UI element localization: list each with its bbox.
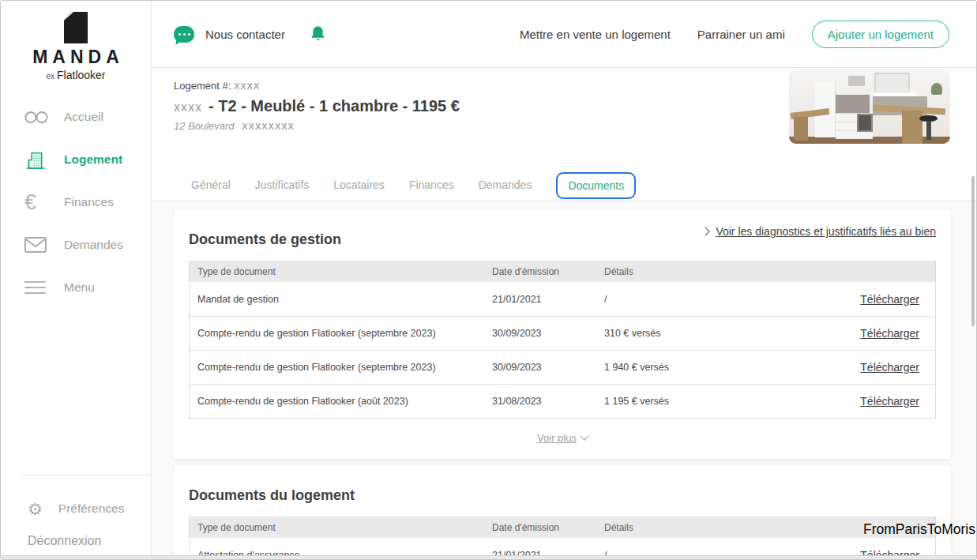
column-header-date: Date d'émission (484, 522, 596, 533)
table-row: Compte-rendu de gestion Flatlooker (août… (190, 384, 935, 418)
notifications-bell-icon[interactable] (310, 24, 326, 43)
tab-locataires[interactable]: Locataires (333, 179, 385, 191)
photo-detail (857, 114, 873, 132)
photo-detail (926, 121, 930, 140)
preferences-label: Préférences (58, 502, 125, 516)
doc-type: Compte-rendu de gestion Flatlooker (août… (190, 396, 484, 407)
sidebar-item-label: Finances (64, 195, 114, 209)
tab-finances[interactable]: Finances (409, 179, 454, 191)
chevron-right-icon (701, 227, 710, 235)
photo-detail (874, 73, 910, 92)
sidebar-item-menu[interactable]: Menu (1, 266, 151, 309)
doc-type: Compte-rendu de gestion Flatlooker (sept… (190, 328, 484, 339)
chevron-down-icon (580, 431, 588, 440)
sell-property-link[interactable]: Mettre en vente un logement (520, 28, 671, 41)
contact-label: Nous contacter (205, 28, 285, 41)
photo-detail (794, 117, 808, 141)
brand-name: MANDA (1, 47, 151, 68)
doc-details: 310 € versés (596, 328, 817, 339)
topbar-right: Mettre en vente un logement Parrainer un… (520, 21, 949, 48)
brand-subtitle: exFlatlooker (1, 69, 151, 81)
column-header-type: Type de document (190, 266, 484, 277)
logement-section-title: Documents du logement (189, 487, 355, 504)
document-logo-icon (64, 12, 88, 43)
gear-icon: ⚙ (28, 501, 43, 517)
tab-general[interactable]: Général (191, 179, 231, 191)
doc-type: Compte-rendu de gestion Flatlooker (sept… (190, 362, 484, 373)
download-link[interactable]: Télécharger (860, 293, 919, 306)
sidebar-item-label: Demandes (64, 238, 123, 252)
logement-table: Type de document Date d'émission Détails… (189, 517, 936, 560)
app-window: MANDA exFlatlooker Accueil (0, 0, 977, 560)
see-more-link[interactable]: Voir plus (537, 432, 577, 444)
doc-details: 1 940 € versés (596, 362, 817, 373)
watermark-text: FromParisToMoris (863, 521, 975, 538)
logement-card-head: Documents du logement (189, 479, 936, 504)
topbar: Nous contacter Mettre en vente un logeme… (152, 1, 977, 68)
tab-demandes[interactable]: Demandes (479, 179, 532, 191)
sidebar-divider (21, 475, 151, 475)
download-link[interactable]: Télécharger (860, 327, 919, 340)
property-tabs: Général Justificatifs Locataires Finance… (152, 168, 977, 201)
table-row: Compte-rendu de gestion Flatlooker (sept… (190, 350, 935, 384)
diagnostics-link[interactable]: Voir les diagnostics et justificatifs li… (702, 225, 936, 238)
vertical-scrollbar-thumb[interactable] (971, 176, 975, 326)
doc-date: 31/08/2023 (484, 396, 596, 407)
sidebar-item-label: Accueil (64, 110, 103, 124)
sidebar: MANDA exFlatlooker Accueil (1, 1, 152, 559)
column-header-details: Détails (596, 266, 817, 277)
diagnostics-link-label: Voir les diagnostics et justificatifs li… (716, 225, 936, 238)
table-header-row: Type de document Date d'émission Détails (190, 517, 935, 538)
property-photo[interactable] (789, 70, 950, 144)
brand-subtitle-prefix: ex (46, 72, 54, 81)
sidebar-nav: Accueil Logement € Finances (1, 96, 151, 309)
sidebar-item-label: Logement (64, 152, 122, 167)
property-title-masked: XXXX (174, 103, 202, 114)
doc-details: 1 195 € versés (596, 396, 817, 407)
column-header-date: Date d'émission (484, 266, 596, 277)
gestion-card-head: Documents de gestion Voir les diagnostic… (189, 224, 936, 248)
photo-detail (902, 111, 923, 144)
property-id-masked: XXXX (234, 81, 260, 91)
documents-content: Documents de gestion Voir les diagnostic… (152, 201, 977, 560)
main-area: Nous contacter Mettre en vente un logeme… (152, 1, 977, 559)
hamburger-menu-icon (24, 281, 51, 294)
gestion-documents-card: Documents de gestion Voir les diagnostic… (174, 209, 951, 459)
table-row: Mandat de gestion 21/01/2021 / Télécharg… (190, 282, 935, 316)
property-title-text: - T2 - Meublé - 1 chambre - 1195 € (209, 97, 460, 115)
brand-subtitle-text: Flatlooker (57, 69, 105, 81)
sidebar-item-accueil[interactable]: Accueil (1, 96, 151, 138)
doc-details: / (596, 294, 817, 305)
brand-logo[interactable]: MANDA exFlatlooker (1, 1, 151, 96)
euro-icon: € (24, 192, 51, 213)
table-row: Compte-rendu de gestion Flatlooker (sept… (190, 316, 935, 350)
sidebar-item-finances[interactable]: € Finances (1, 181, 151, 224)
gestion-section-title: Documents de gestion (189, 231, 341, 248)
property-address-text: 12 Boulevard (174, 120, 235, 132)
chat-bubble-icon (174, 26, 194, 43)
table-header-row: Type de document Date d'émission Détails (190, 261, 935, 282)
refer-friend-link[interactable]: Parrainer un ami (697, 28, 785, 41)
contact-us-button[interactable]: Nous contacter (174, 26, 285, 43)
window-bottom-edge (1, 555, 976, 559)
sidebar-item-label: Menu (64, 280, 95, 295)
sidebar-item-demandes[interactable]: Demandes (1, 224, 151, 266)
doc-type: Mandat de gestion (190, 294, 484, 305)
property-header: Logement #: XXXX XXXX- T2 - Meublé - 1 c… (152, 68, 977, 168)
add-property-button[interactable]: Ajouter un logement (812, 21, 949, 48)
download-link[interactable]: Télécharger (860, 361, 919, 374)
sidebar-item-preferences[interactable]: ⚙ Préférences (1, 487, 151, 531)
download-link[interactable]: Télécharger (860, 395, 919, 408)
tab-justificatifs[interactable]: Justificatifs (255, 179, 309, 191)
tab-documents[interactable]: Documents (556, 172, 636, 199)
doc-date: 30/09/2023 (484, 328, 596, 339)
column-header-type: Type de document (190, 522, 484, 533)
photo-detail (931, 83, 942, 95)
building-icon (24, 148, 51, 171)
doc-date: 30/09/2023 (484, 362, 596, 373)
property-id-label: Logement #: (174, 80, 231, 92)
gestion-table: Type de document Date d'émission Détails… (189, 261, 936, 419)
column-header-details: Détails (596, 522, 817, 533)
sidebar-item-logement[interactable]: Logement (1, 138, 151, 181)
photo-detail (848, 76, 864, 86)
